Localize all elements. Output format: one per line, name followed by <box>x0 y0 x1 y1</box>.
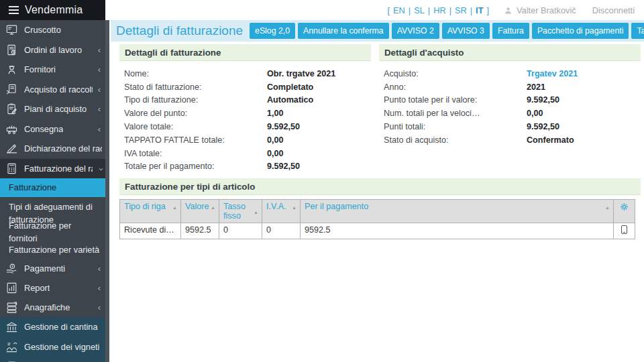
field-row: Totale per il pagamento:9.592,50 <box>119 160 371 174</box>
field-row: Punto totale per il valore:9.592,50 <box>379 94 641 107</box>
sidebar-item-pagamenti[interactable]: Pagamenti <box>0 259 105 278</box>
avviso3-button[interactable]: AVVISO 3 <box>442 23 490 39</box>
pacchetto-pagamenti-button[interactable]: Pacchetto di pagamenti <box>532 23 629 39</box>
sidebar-item-fatturazione-del-raccolto[interactable]: Fatturazione del raccolto <box>0 159 105 179</box>
billing-details-header: Dettagli di fatturazione <box>119 44 371 61</box>
field-value: 1,00 <box>267 109 284 118</box>
report-icon <box>5 282 19 294</box>
sidebar-item-label: Acquisto di raccolta <box>24 84 93 95</box>
column-header-valore[interactable]: Valore▲ <box>181 200 219 223</box>
lang-en[interactable]: EN <box>393 5 405 15</box>
field-label: Acquisto: <box>384 69 527 78</box>
toolbar: eSlog 2,0 Annullare la conferma AVVISO 2… <box>250 23 644 39</box>
row-detail-button[interactable] <box>614 223 635 239</box>
sort-asc-icon[interactable]: ▲ <box>254 210 258 215</box>
sort-asc-icon[interactable]: ▲ <box>292 205 297 210</box>
avviso2-button[interactable]: AVVISO 2 <box>392 23 439 39</box>
sidebar-subitem-fatturazione[interactable]: Fatturazione <box>0 178 105 197</box>
field-label: Anno: <box>384 82 527 92</box>
column-header-tipo-di-riga[interactable]: Tipo di riga▲ <box>120 200 181 223</box>
harvest-declaration-icon <box>5 142 19 155</box>
cell-valore: 9592.5 <box>181 223 219 239</box>
sidebar-header: Vendemmia <box>0 0 105 20</box>
eslog-button[interactable]: eSlog 2,0 <box>250 23 295 39</box>
sidebar-item-label: Cruscotto <box>24 25 61 35</box>
logout-link[interactable]: Disconnetti <box>592 5 635 15</box>
field-row: Anno:2021 <box>379 80 641 94</box>
sidebar-item-ordini-di-lavoro[interactable]: Ordini di lavoro <box>0 40 105 60</box>
topbar: [ EN | SL | HR | SR | IT ] Valter Bratko… <box>111 0 644 20</box>
field-label: Num. totali per la veloci… <box>384 109 527 118</box>
field-label: Punti totali: <box>384 122 527 131</box>
separator: | <box>449 5 451 15</box>
sidebar-item-label: Gestione dei vigneti <box>24 342 99 352</box>
field-label: Nome: <box>124 69 267 78</box>
field-value: Completato <box>267 82 313 92</box>
separator: | <box>470 5 472 15</box>
column-header-per-il-pagamento[interactable]: Per il pagamento▲ <box>301 200 614 223</box>
user-name: Valter Bratkovič <box>517 5 576 15</box>
cell-per-il-pagamento: 9592.5 <box>301 223 614 239</box>
field-label: Valore del punto: <box>124 109 267 118</box>
table-row[interactable]: Ricevute di acq... 9592.5 0 0 9592.5 <box>120 223 635 239</box>
sidebar-item-label: Fornitori <box>24 64 56 74</box>
sort-asc-icon[interactable]: ▲ <box>211 205 215 210</box>
sidebar-item-partial[interactable] <box>0 357 105 362</box>
sidebar-item-label: Report <box>24 283 50 293</box>
cell-iva: 0 <box>262 223 301 239</box>
tassa-piatta-button[interactable]: Tassa piatta <box>631 23 644 39</box>
field-value: 0,00 <box>527 109 543 118</box>
app-title: Vendemmia <box>25 4 83 16</box>
purchase-details-header: Dettagli d'acquisto <box>379 44 641 61</box>
field-row: Valore totale:9.592,50 <box>119 120 371 133</box>
field-value: Automatico <box>267 95 313 105</box>
sidebar-item-gestione-di-cantina[interactable]: Gestione di cantina <box>0 317 105 337</box>
lang-sr[interactable]: SR <box>455 5 467 15</box>
field-row: Nome:Obr. trgatve 2021 <box>119 67 371 80</box>
lang-it[interactable]: IT <box>476 5 483 15</box>
sort-asc-icon[interactable]: ▲ <box>605 205 610 210</box>
field-row: Tipo di fatturazione:Automatico <box>119 94 371 107</box>
sidebar-scrollbar[interactable] <box>105 20 109 362</box>
purchase-details-panel: Dettagli d'acquisto Acquisto:Trgatev 202… <box>379 44 641 147</box>
sidebar-subitem-fatturazione-per-varieta[interactable]: Fatturazione per varietà <box>0 241 105 259</box>
annulla-conferma-button[interactable]: Annullare la conferma <box>298 23 389 39</box>
registries-icon <box>5 301 19 314</box>
content: Dettagli di fatturazione Nome:Obr. trgat… <box>111 42 644 362</box>
field-label: Punto totale per il valore: <box>384 95 527 105</box>
sidebar-item-label: Pagamenti <box>24 263 65 274</box>
sidebar-item-label: Dichiarazione del raccolto <box>24 143 102 154</box>
sidebar-item-piani-di-acquisto[interactable]: Piani di acquisto <box>0 99 105 119</box>
sidebar-item-consegna[interactable]: Consegna <box>0 119 105 139</box>
table-settings-button[interactable] <box>614 200 635 223</box>
sidebar-item-label: Fatturazione del raccolto <box>24 164 93 174</box>
purchase-link[interactable]: Trgatev 2021 <box>527 69 578 78</box>
sort-asc-icon[interactable]: ▲ <box>172 205 177 210</box>
sidebar-item-dichiarazione-del-raccolto[interactable]: Dichiarazione del raccolto <box>0 139 105 159</box>
delivery-icon <box>5 123 19 135</box>
sidebar-item-report[interactable]: Report <box>0 278 105 298</box>
column-header-iva[interactable]: I.V.A.▲ <box>262 200 301 223</box>
billing-details-panel: Dettagli di fatturazione Nome:Obr. trgat… <box>119 44 371 173</box>
field-row: Stato di acquisto:Confermato <box>379 133 641 147</box>
gear-icon <box>620 202 629 211</box>
column-header-tasso-fisso[interactable]: Tasso fisso▲ <box>219 200 262 223</box>
field-row: Valore del punto:1,00 <box>119 107 371 120</box>
sidebar-item-anagrafiche[interactable]: Anagrafiche <box>0 298 105 317</box>
field-value: 9.592,50 <box>527 122 559 131</box>
field-value: Obr. trgatve 2021 <box>267 69 335 78</box>
sidebar-item-cruscotto[interactable]: Cruscotto <box>0 20 105 40</box>
lang-hr[interactable]: HR <box>433 5 445 15</box>
bracket: ] <box>486 5 489 15</box>
fattura-button[interactable]: Fattura <box>492 23 529 39</box>
field-row: Stato di fatturazione:Completato <box>119 80 371 94</box>
lang-sl[interactable]: SL <box>414 5 425 15</box>
sidebar-item-acquisto-di-raccolta[interactable]: Acquisto di raccolta <box>0 80 105 100</box>
sidebar-item-fornitori[interactable]: Fornitori <box>0 60 105 80</box>
field-row: Punti totali:9.592,50 <box>379 120 641 133</box>
sidebar-subitem-fatturazione-per-fornitori[interactable]: Fatturazione per fornitori <box>0 223 105 241</box>
hamburger-menu-icon[interactable] <box>9 6 19 14</box>
sidebar-item-gestione-dei-vigneti[interactable]: Gestione dei vigneti <box>0 337 105 357</box>
field-label: Tipo di fatturazione: <box>124 95 267 105</box>
harvest-purchase-icon <box>5 83 19 96</box>
